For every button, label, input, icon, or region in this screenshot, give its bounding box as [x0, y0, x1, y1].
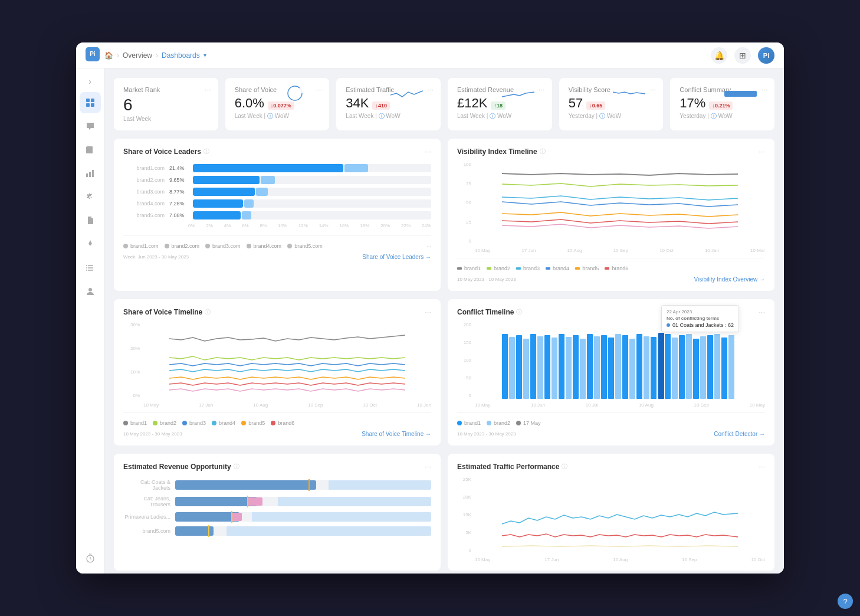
breadcrumb: 🏠 › Overview › Dashboards ▾: [104, 51, 206, 60]
kpi-sub-sov: Last Week | ⓘ WoW: [235, 112, 320, 120]
grid-icon[interactable]: ⊞: [734, 47, 751, 64]
chart-title-sov-leaders: Share of Voice Leaders: [123, 148, 201, 156]
timer-icon: [86, 553, 95, 563]
visibility-link[interactable]: Visibility Index Overview →: [694, 276, 765, 283]
bar-axis: 0%2%4%6%8%10%12%14%16%18%20%22%24%: [123, 223, 431, 228]
chart-more-conflict[interactable]: ···: [759, 307, 765, 316]
chart-more-rev-opp[interactable]: ···: [425, 462, 431, 471]
svg-rect-31: [580, 339, 586, 399]
info-icon-sov-timeline[interactable]: ⓘ: [205, 308, 211, 316]
tooltip-dot: [667, 323, 670, 327]
sidebar-item-analytics[interactable]: [80, 163, 101, 184]
kpi-more-market-rank[interactable]: ···: [205, 85, 211, 94]
svg-point-15: [88, 288, 92, 291]
svg-rect-28: [559, 334, 564, 399]
rev-bar-2: Primavera Ladies...: [123, 512, 431, 522]
svg-rect-35: [608, 338, 614, 399]
svg-rect-25: [537, 336, 543, 399]
chart-more-traffic-perf[interactable]: ···: [759, 462, 765, 471]
notifications-icon[interactable]: 🔔: [711, 47, 727, 64]
svg-rect-51: [721, 338, 727, 399]
svg-rect-48: [700, 336, 706, 399]
chart-title-traffic-perf: Estimated Traffic Performance: [457, 463, 559, 471]
svg-rect-27: [552, 338, 557, 399]
sidebar-item-timer[interactable]: [80, 548, 101, 569]
kpi-value-sov: 6.0%: [235, 97, 264, 110]
sov-timeline-link[interactable]: Share of Voice Timeline →: [362, 431, 431, 437]
traffic-sparkline: [390, 86, 423, 101]
rev-opp-bars: Cat: Coats & Jackets Cat: Jeans, Trouser…: [123, 477, 431, 543]
svg-point-14: [86, 270, 87, 271]
svg-rect-19: [724, 91, 757, 97]
sidebar-item-dashboard[interactable]: [80, 92, 101, 113]
sidebar-item-book[interactable]: [80, 139, 101, 160]
chart-header-traffic-perf: Estimated Traffic Performance ⓘ ···: [457, 462, 765, 471]
svg-rect-22: [516, 335, 522, 399]
sidebar-item-chat[interactable]: [80, 116, 101, 137]
rev-bar-1: Cat: Jeans, Trousers: [123, 496, 431, 507]
conflict-sparkline: [724, 86, 757, 101]
avatar[interactable]: Pi: [758, 47, 774, 64]
svg-rect-30: [573, 335, 579, 399]
sidebar-item-settings[interactable]: [80, 186, 101, 208]
svg-point-7: [89, 196, 91, 198]
conflict-svg: [475, 322, 765, 399]
kpi-value-traffic: 34K: [346, 97, 369, 110]
chart-title-sov-timeline: Share of Voice Timeline: [123, 308, 202, 316]
svg-rect-3: [91, 103, 94, 107]
info-icon-rev[interactable]: ⓘ: [234, 463, 239, 471]
sov-leaders-link[interactable]: Share of Voice Leaders →: [362, 254, 431, 260]
rev-bar-3: brand5.com: [123, 526, 431, 536]
visibility-sparkline: [613, 86, 645, 101]
home-icon[interactable]: 🏠: [104, 51, 113, 60]
kpi-more-revenue[interactable]: ···: [539, 85, 545, 94]
sov-timeline-legend: brand1 brand2 brand3 brand4 brand5 brand…: [123, 420, 431, 426]
info-icon-traffic-perf[interactable]: ⓘ: [562, 463, 567, 471]
chart-more-visibility[interactable]: ···: [759, 147, 765, 156]
svg-rect-20: [502, 334, 508, 399]
conflict-link[interactable]: Conflict Detector →: [714, 431, 765, 437]
kpi-more-traffic[interactable]: ···: [427, 85, 434, 94]
visibility-legend: brand1 brand2 brand3 brand4 brand5 brand…: [457, 266, 765, 271]
kpi-more-conflict[interactable]: ···: [761, 85, 767, 94]
kpi-more-visibility[interactable]: ···: [649, 85, 656, 94]
chart-revenue-opportunity: Estimated Revenue Opportunity ⓘ ··· Cat:…: [114, 454, 441, 571]
svg-rect-47: [693, 339, 699, 399]
chevron-down-icon[interactable]: ▾: [203, 52, 206, 58]
info-icon-sov[interactable]: ⓘ: [203, 148, 209, 156]
sidebar-item-list[interactable]: [80, 257, 101, 278]
kpi-card-traffic: Estimated Traffic 34K ↓410 Last Week | ⓘ…: [336, 78, 441, 130]
chart-sov-leaders: Share of Voice Leaders ⓘ ··· brand1.com …: [114, 139, 441, 291]
info-icon-conflict[interactable]: ⓘ: [516, 308, 522, 316]
svg-rect-21: [509, 337, 515, 399]
file-icon: [86, 216, 95, 225]
svg-rect-50: [714, 334, 720, 399]
sidebar-toggle[interactable]: ›: [82, 73, 99, 90]
sidebar-item-pin[interactable]: [80, 234, 101, 255]
chat-icon: [86, 122, 95, 131]
bar-row-0: brand1.com 21.4%: [123, 164, 431, 172]
kpi-card-market-rank: Market Rank 6 Last Week ···: [114, 78, 218, 130]
visibility-chart-area: 1007550250: [457, 162, 765, 253]
conflict-tooltip: 22 Apr 2023 No. of conflicting terms 01 …: [661, 305, 739, 332]
chart-more-sov-timeline[interactable]: ···: [425, 307, 431, 316]
svg-rect-6: [92, 170, 94, 177]
rev-bar-0: Cat: Coats & Jackets: [123, 479, 431, 491]
charts-row-2: Share of Voice Timeline ⓘ ··· 30%20%10%0…: [114, 299, 774, 445]
svg-rect-5: [89, 172, 91, 177]
chart-more-sov-leaders[interactable]: ···: [425, 147, 431, 156]
bar-row-1: brand2.com 9.65%: [123, 176, 431, 184]
info-icon-visibility[interactable]: ⓘ: [540, 148, 546, 156]
sov-timeline-footer: 10 May 2023 - 30 May 2023 Share of Voice…: [123, 431, 431, 437]
kpi-card-share-of-voice: Share of Voice 6.0% ↓0.077% Last Week | …: [225, 78, 330, 130]
kpi-card-revenue: Estimated Revenue £12K ↑18 Last Week | ⓘ…: [448, 78, 552, 130]
chart-header-sov-leaders: Share of Voice Leaders ⓘ ···: [123, 147, 431, 156]
sidebar-item-file[interactable]: [80, 210, 101, 231]
svg-rect-26: [544, 335, 550, 399]
kpi-more-sov[interactable]: ···: [316, 85, 322, 94]
svg-rect-46: [686, 334, 692, 399]
sov-footer: Week: Jun 2023 - 30 May 2023 Share of Vo…: [123, 254, 431, 260]
sidebar-item-user[interactable]: [80, 281, 101, 302]
bar-row-4: brand5.com 7.08%: [123, 211, 431, 219]
charts-row-3: Estimated Revenue Opportunity ⓘ ··· Cat:…: [114, 454, 774, 571]
